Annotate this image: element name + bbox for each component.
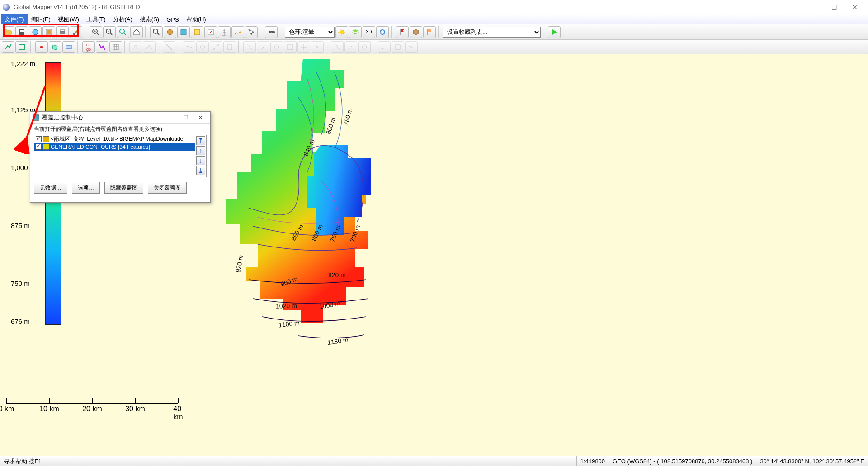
ghost-2 (143, 41, 156, 53)
svg-rect-13 (194, 29, 200, 35)
tower-button[interactable] (218, 26, 231, 38)
svg-point-9 (120, 29, 124, 33)
overlay-control-dialog[interactable]: 覆盖层控制中心 — ☐ ✕ 当前打开的覆盖层(右键点击覆盖图名称查看更多选项) … (30, 111, 211, 203)
digitize-line-button[interactable] (2, 41, 14, 53)
layer-ctrl-button[interactable] (349, 26, 362, 38)
app-logo-icon (3, 4, 10, 11)
layer-list[interactable]: <雨城区_高程_Level_10.tif> BIGEMAP MapDownloa… (34, 135, 207, 177)
elev-tick: 875 m (11, 222, 30, 229)
color-ring-combo[interactable]: 色环:渲晕 (285, 27, 335, 38)
home-view-button[interactable] (130, 26, 143, 38)
play-button[interactable] (548, 26, 561, 38)
annotation-highlight-box (3, 24, 79, 37)
zoom-out-button[interactable] (103, 26, 116, 38)
dialog-subtitle: 当前打开的覆盖层(右键点击覆盖图名称查看更多选项) (30, 124, 210, 135)
svg-point-10 (153, 29, 158, 33)
menu-item-7[interactable]: 帮助(H) (183, 14, 210, 24)
window-titlebar: Global Mapper v14.1 (b120512) - REGISTER… (0, 0, 868, 14)
trace-button[interactable] (96, 41, 108, 53)
grid-3d-button[interactable]: 3D (363, 26, 375, 38)
elevation-legend: 1,222 m1,125 m1,000 m875 m750 m676 m (5, 57, 60, 383)
elev-tick: 676 m (11, 318, 30, 325)
move-bottom-button[interactable]: ⤓ (196, 166, 205, 175)
dialog-close-button[interactable]: ✕ (193, 114, 208, 121)
draw-point-button[interactable] (35, 41, 48, 53)
window-maximize-button[interactable]: ☐ (824, 0, 844, 14)
flag-start-button[interactable] (396, 26, 409, 38)
status-coordinates: 30° 14' 43.8300" N, 102° 30' 57.4952" E (756, 456, 868, 466)
menu-item-1[interactable]: 编辑(E) (28, 14, 54, 24)
dialog-maximize-button[interactable]: ☐ (179, 114, 193, 121)
svg-rect-12 (181, 29, 186, 35)
menu-item-4[interactable]: 分析(A) (109, 14, 136, 24)
ghost-9 (257, 41, 269, 53)
path-profile-button[interactable] (231, 26, 244, 38)
svg-rect-17 (271, 32, 272, 33)
ghost-11 (284, 41, 297, 53)
close-overlay-button[interactable]: 关闭覆盖图 (148, 182, 187, 194)
cogo-button[interactable]: cogo (82, 41, 95, 53)
map-canvas[interactable]: 780 m800 m840 m860 m800 m760 m700 m820 m… (0, 54, 868, 456)
metadata-button[interactable]: 元数据… (34, 182, 67, 194)
dialog-title-text: 覆盖层控制中心 (42, 114, 83, 122)
cube-button[interactable] (410, 26, 422, 38)
measure-tool-button[interactable] (191, 26, 203, 38)
status-scale: 1:419800 (577, 456, 609, 466)
move-down-button[interactable]: ↓ (196, 156, 205, 165)
layer-label: GENERATED CONTOURS [34 Features] (51, 144, 150, 150)
svg-point-21 (200, 45, 205, 49)
pan-tool-button[interactable] (164, 26, 176, 38)
scale-tick: 10 km (39, 405, 59, 413)
svg-rect-20 (66, 45, 71, 49)
scale-tick: 40 km (173, 405, 183, 421)
layer-row-0[interactable]: <雨城区_高程_Level_10.tif> BIGEMAP MapDownloa… (34, 135, 195, 143)
zoom-full-button[interactable] (117, 26, 129, 38)
ghost-10 (270, 41, 283, 53)
info-tool-button[interactable] (177, 26, 190, 38)
ghost-17 (378, 41, 391, 53)
search-button[interactable] (265, 26, 278, 38)
rotate-button[interactable] (376, 26, 389, 38)
svg-point-24 (362, 45, 367, 49)
layer-row-1[interactable]: GENERATED CONTOURS [34 Features] (34, 143, 195, 151)
ghost-8 (243, 41, 256, 53)
ghost-1 (129, 41, 142, 53)
ghost-4 (183, 41, 195, 53)
path-select-button[interactable] (245, 26, 258, 38)
dialog-icon (33, 114, 39, 121)
grid-tool-button[interactable] (109, 41, 122, 53)
layer-checkbox[interactable] (36, 144, 42, 150)
dialog-titlebar[interactable]: 覆盖层控制中心 — ☐ ✕ (30, 112, 210, 124)
draw-poly-button[interactable] (49, 41, 61, 53)
menu-item-5[interactable]: 搜索(S) (136, 14, 163, 24)
menu-item-2[interactable]: 视图(W) (54, 14, 83, 24)
terrain-shape (217, 54, 389, 362)
status-help: 寻求帮助,按F1 (0, 456, 577, 466)
menu-item-0[interactable]: 文件(F) (1, 14, 28, 24)
window-minimize-button[interactable]: — (803, 0, 824, 14)
zoom-tool-button[interactable] (150, 26, 163, 38)
feature-info-button[interactable] (204, 26, 217, 38)
draw-rect-button[interactable] (62, 41, 75, 53)
layer-checkbox[interactable] (36, 136, 42, 142)
dialog-minimize-button[interactable]: — (164, 114, 179, 121)
layer-type-icon (43, 144, 49, 150)
ghost-16 (358, 41, 371, 53)
flag-end-button[interactable] (423, 26, 436, 38)
layer-label: <雨城区_高程_Level_10.tif> BIGEMAP MapDownloa… (51, 135, 185, 143)
sun-icon-button[interactable] (335, 26, 348, 38)
digitize-area-button[interactable] (15, 41, 28, 53)
menu-item-3[interactable]: 工具(T) (83, 14, 109, 24)
elev-tick: 750 m (11, 280, 30, 287)
move-top-button[interactable]: ⤒ (196, 136, 205, 145)
menu-item-6[interactable]: GPS (163, 15, 182, 24)
move-up-button[interactable]: ↑ (196, 146, 205, 155)
favorites-combo[interactable]: 设置收藏列表... (443, 27, 541, 38)
zoom-in-button[interactable] (90, 26, 102, 38)
status-projection: GEO (WGS84) - ( 102.5159708876, 30.24550… (609, 456, 756, 466)
menubar: 文件(F)编辑(E)视图(W)工具(T)分析(A)搜索(S)GPS帮助(H) (0, 14, 868, 24)
hide-overlay-button[interactable]: 隐藏覆盖图 (104, 182, 143, 194)
window-close-button[interactable]: ✕ (844, 0, 865, 14)
svg-rect-25 (396, 45, 400, 49)
options-button[interactable]: 选项… (72, 182, 100, 194)
